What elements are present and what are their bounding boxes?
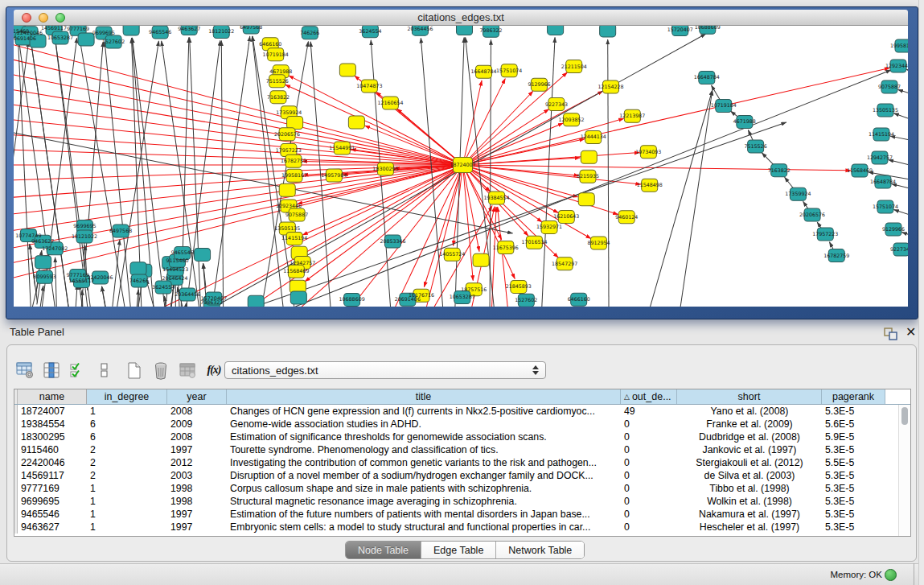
- tab-node-table[interactable]: Node Table: [346, 542, 421, 558]
- graph-node[interactable]: [123, 26, 139, 35]
- table-cell: 0: [621, 444, 677, 455]
- graph-edge: [893, 113, 908, 130]
- graph-node-label: 21845893: [506, 283, 532, 289]
- graph-node[interactable]: [456, 26, 472, 35]
- table-panel-title: Table Panel: [10, 326, 64, 338]
- graph-node[interactable]: [248, 295, 264, 307]
- graph-node-label: 12093852: [559, 117, 585, 122]
- graph-node[interactable]: [339, 64, 355, 76]
- table-body: 1872400712008Changes of HCN gene express…: [14, 405, 910, 534]
- graph-node-label: 15751074: [873, 204, 898, 209]
- table-cell: 5.5E-5: [822, 457, 885, 468]
- statusbar-divider: [914, 563, 914, 585]
- tab-network-table[interactable]: Network Table: [496, 542, 584, 558]
- select-column-icon[interactable]: [42, 360, 61, 381]
- tab-edge-table[interactable]: Edge Table: [421, 542, 496, 558]
- graph-node[interactable]: [35, 256, 51, 269]
- table-row[interactable]: 2242004622012Investigating the contribut…: [14, 456, 910, 469]
- memory-ok-indicator[interactable]: [885, 569, 897, 581]
- delete-table-icon[interactable]: [151, 360, 170, 381]
- graph-node-label: 16648784: [470, 68, 496, 74]
- column-header-pagerank[interactable]: pagerank: [822, 389, 885, 404]
- graph-node-label: 4671988: [269, 68, 292, 74]
- table-cell: 1997: [167, 521, 227, 533]
- import-table-icon[interactable]: [178, 360, 197, 381]
- graph-node-label: 11415194: [281, 235, 307, 241]
- graph-node[interactable]: [578, 193, 594, 206]
- graph-node-label: 9075887: [285, 212, 308, 217]
- graph-node[interactable]: [473, 253, 489, 266]
- close-panel-icon[interactable]: ✕: [906, 324, 916, 340]
- graph-node-label: 21211504: [561, 64, 587, 69]
- graph-node[interactable]: [348, 116, 364, 129]
- table-scrollbar-thumb[interactable]: [901, 407, 908, 425]
- graph-node-label: 10688609: [339, 296, 365, 302]
- table-cell: 9777169: [18, 483, 87, 494]
- graph-edge: [608, 39, 609, 307]
- graph-node[interactable]: [548, 26, 564, 35]
- close-window-button[interactable]: [22, 13, 31, 23]
- table-row[interactable]: 1456911722003Disruption of a novel membe…: [14, 469, 910, 482]
- graph-edge: [136, 290, 139, 307]
- graph-edge: [892, 184, 908, 196]
- table-row[interactable]: 1872400712008Changes of HCN gene express…: [14, 405, 910, 418]
- graph-edge: [490, 39, 491, 307]
- table-cell: 2: [87, 470, 167, 481]
- table-row[interactable]: 1830029562008Estimation of significance …: [14, 431, 910, 443]
- table-toolbar: f(x): [15, 358, 231, 382]
- graph-node-label: 10474873: [356, 83, 382, 89]
- row-checks-icon[interactable]: [68, 360, 88, 381]
- graph-node-label: 10653287: [450, 294, 475, 299]
- graph-node[interactable]: [287, 117, 303, 130]
- graph-edge: [463, 165, 479, 252]
- network-canvas[interactable]: 9115460224200461456911797771699699695946…: [14, 26, 908, 307]
- table-row[interactable]: 946554611997Estimation of the future num…: [14, 508, 910, 521]
- zoom-window-button[interactable]: [55, 13, 65, 23]
- graph-node-label: 3624554: [152, 284, 175, 290]
- table-row[interactable]: 946362711997Embryonic stem cells: a mode…: [14, 521, 910, 534]
- column-header-year[interactable]: year: [167, 389, 227, 404]
- column-header-name[interactable]: name: [18, 389, 87, 404]
- graph-node[interactable]: [195, 248, 211, 261]
- column-header-out_de[interactable]: △out_de...: [621, 389, 677, 404]
- graph-node-label: 11675396: [493, 245, 519, 250]
- graph-node-label: 10774749: [15, 233, 41, 238]
- column-header-title[interactable]: title: [227, 389, 621, 404]
- table-cell: 19384554: [18, 418, 87, 430]
- graph-node[interactable]: [581, 150, 597, 163]
- graph-node-label: 17957223: [812, 231, 838, 237]
- table-select-dropdown[interactable]: citations_edges.txt: [224, 361, 546, 379]
- float-panel-icon[interactable]: [883, 327, 899, 341]
- table-settings-icon[interactable]: [15, 360, 35, 381]
- table-cell: 0: [621, 521, 677, 533]
- function-builder-icon[interactable]: f(x): [204, 360, 224, 381]
- minimize-window-button[interactable]: [39, 13, 48, 23]
- table-cell: 5.9E-5: [822, 431, 885, 443]
- table-row[interactable]: 1938455462009Genome-wide association stu…: [14, 418, 910, 431]
- table-panel: f(x) citations_edges.txt namein_degreeye…: [6, 344, 917, 562]
- column-header-in_degree[interactable]: in_degree: [87, 389, 167, 404]
- new-table-icon[interactable]: [125, 360, 144, 381]
- table-cell: Genome-wide association studies in ADHD.: [227, 418, 621, 430]
- table-scrollbar[interactable]: [898, 405, 910, 536]
- graph-node-label: 13505135: [873, 107, 898, 113]
- graph-edge: [454, 165, 463, 245]
- graph-edge: [221, 40, 223, 307]
- table-cell: 0: [621, 470, 677, 481]
- graph-node[interactable]: [600, 26, 616, 37]
- table-cell: Dudbridge et al. (2008): [677, 431, 822, 443]
- table-row[interactable]: 911546021997Tourette syndrome. Phenomeno…: [14, 443, 910, 456]
- graph-node[interactable]: [130, 262, 146, 275]
- graph-node[interactable]: [290, 291, 306, 304]
- graph-node-label: 10719184: [711, 102, 737, 108]
- status-bar: Memory: OK: [0, 563, 924, 585]
- graph-edge: [680, 90, 713, 307]
- network-window-titlebar[interactable]: citations_edges.txt: [14, 10, 908, 26]
- narrow-column-icon[interactable]: [95, 360, 114, 381]
- table-row[interactable]: 977716911998Corpus callosum shape and si…: [14, 482, 910, 495]
- graph-edge: [191, 165, 462, 307]
- graph-node-label: 746266: [300, 30, 319, 35]
- table-row[interactable]: 969969511998Structural magnetic resonanc…: [14, 495, 910, 508]
- graph-node[interactable]: [279, 183, 295, 196]
- column-header-short[interactable]: short: [677, 389, 822, 404]
